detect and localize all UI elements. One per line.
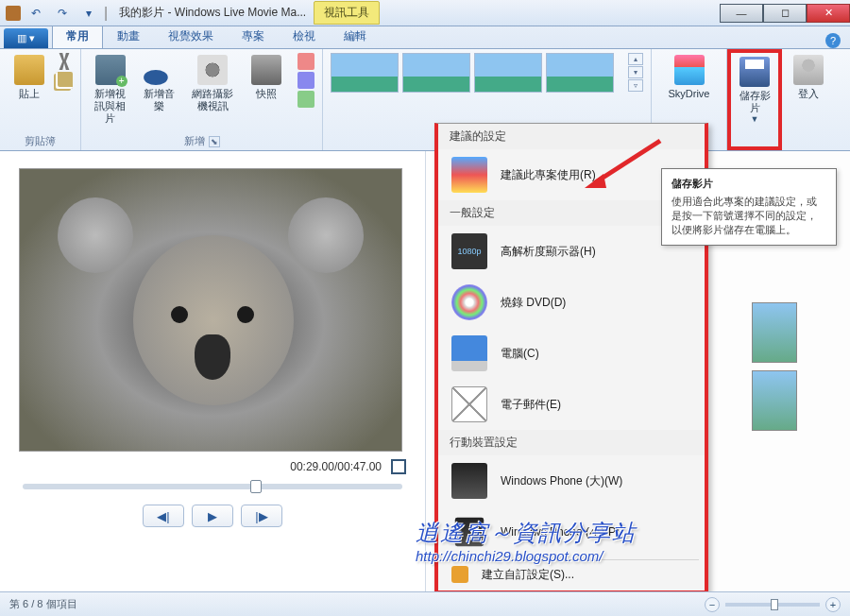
app-icon — [6, 6, 21, 21]
tab-view[interactable]: 檢視 — [279, 24, 330, 48]
automovie-gallery[interactable] — [331, 53, 620, 93]
dd-item-email[interactable]: 電子郵件(E) — [438, 379, 705, 430]
gallery-more[interactable]: ▿ — [628, 79, 643, 92]
file-menu-button[interactable]: ▥ ▾ — [4, 28, 48, 48]
phone-icon — [455, 518, 484, 546]
time-display: 00:29.00/00:47.00 — [290, 460, 382, 473]
item-count: 第 6 / 8 個項目 — [9, 597, 77, 611]
dd-label: 高解析度顯示器(H) — [501, 244, 596, 260]
minimize-button[interactable]: — — [720, 4, 763, 23]
prev-frame-button[interactable]: ◀| — [143, 505, 184, 527]
zoom-in-button[interactable]: + — [825, 597, 841, 612]
dd-item-dvd[interactable]: 燒錄 DVD(D) — [438, 277, 705, 328]
clipboard-icon — [14, 55, 44, 85]
gallery-down[interactable]: ▾ — [628, 66, 643, 78]
status-bar: 第 6 / 8 個項目 − + — [0, 591, 850, 616]
snapshot-label: 快照 — [256, 88, 277, 100]
add-music-label: 新增音樂 — [139, 88, 178, 112]
film-icon — [95, 55, 126, 85]
tab-project[interactable]: 專案 — [228, 24, 279, 48]
qat-undo[interactable]: ↶ — [25, 3, 47, 24]
music-icon — [144, 55, 174, 85]
computer-icon — [451, 335, 487, 371]
add-video-button[interactable]: 新增視訊與相片 — [89, 53, 131, 128]
qat-redo[interactable]: ↷ — [51, 3, 74, 24]
mail-icon — [451, 386, 487, 422]
sign-in-button[interactable]: 登入 — [790, 53, 827, 102]
dd-label: 建議此專案使用(R) — [501, 167, 596, 183]
zoom-out-button[interactable]: − — [705, 597, 720, 612]
zoom-thumb[interactable] — [771, 599, 778, 610]
recommended-icon — [451, 157, 487, 193]
clip-thumb[interactable] — [752, 302, 797, 363]
qat-dropdown[interactable]: ▾ — [77, 3, 100, 24]
tab-visual-effects[interactable]: 視覺效果 — [154, 24, 228, 48]
webcam-button[interactable]: 網路攝影機視訊 — [186, 53, 240, 114]
gear-icon — [451, 566, 468, 583]
play-button[interactable]: ▶ — [192, 505, 233, 527]
clip-thumb[interactable] — [752, 370, 797, 431]
window-title: 我的影片 - Windows Live Movie Ma... — [119, 5, 306, 21]
dd-label: Windows Phone (小)(P) — [501, 524, 620, 540]
cloud-icon — [674, 55, 705, 85]
dd-item-wp-large[interactable]: Windows Phone (大)(W) — [438, 455, 705, 506]
preview-monitor[interactable] — [19, 168, 402, 452]
next-frame-button[interactable]: |▶ — [241, 505, 282, 527]
dd-label: 電腦(C) — [501, 346, 539, 362]
ribbon: 貼上 剪貼簿 新增視訊與相片 新增音樂 網路攝影機視訊 — [0, 49, 850, 151]
gallery-up[interactable]: ▴ — [628, 53, 643, 65]
copy-button[interactable] — [56, 72, 73, 89]
close-button[interactable]: ✕ — [807, 4, 850, 23]
dd-label: 燒錄 DVD(D) — [501, 295, 566, 311]
dd-section-mobile: 行動裝置設定 — [438, 430, 705, 455]
title-bar: ↶ ↷ ▾ | 我的影片 - Windows Live Movie Ma... … — [0, 0, 850, 26]
sign-in-label: 登入 — [798, 88, 819, 100]
save-movie-icon — [740, 57, 770, 87]
paste-button[interactable]: 貼上 — [8, 53, 50, 102]
maximize-button[interactable]: ◻ — [763, 4, 807, 23]
group-clipboard-label: 剪貼簿 — [8, 132, 73, 148]
contextual-tab[interactable]: 視訊工具 — [314, 1, 380, 25]
group-add-label: 新增 — [184, 134, 205, 148]
help-icon[interactable]: ? — [825, 33, 841, 48]
tooltip-title: 儲存影片 — [672, 177, 826, 191]
gallery-item[interactable] — [474, 53, 542, 93]
paste-label: 貼上 — [19, 88, 40, 100]
tab-animations[interactable]: 動畫 — [103, 24, 154, 48]
camera-icon — [251, 55, 281, 85]
gallery-item[interactable] — [331, 53, 399, 93]
dd-label: 建立自訂設定(S)... — [482, 567, 574, 583]
seek-thumb[interactable] — [250, 480, 262, 493]
add-music-button[interactable]: 新增音樂 — [137, 53, 179, 114]
skydrive-label: SkyDrive — [668, 88, 709, 100]
add-video-label: 新增視訊與相片 — [91, 88, 129, 126]
dialog-launcher-icon[interactable]: ⬊ — [209, 136, 220, 147]
cut-button[interactable] — [56, 53, 73, 70]
dd-label: 電子郵件(E) — [501, 397, 561, 413]
fullscreen-button[interactable] — [391, 459, 406, 474]
gallery-item[interactable] — [546, 53, 614, 93]
separator — [444, 559, 699, 560]
dd-item-wp-small[interactable]: Windows Phone (小)(P) — [438, 506, 705, 557]
save-movie-button[interactable]: 儲存影片 ▼ — [733, 55, 776, 127]
gallery-item[interactable] — [402, 53, 470, 93]
dd-section-recommended: 建議的設定 — [438, 124, 705, 149]
ribbon-tab-strip: ▥ ▾ 常用 動畫 視覺效果 專案 檢視 編輯 ? — [0, 26, 850, 49]
skydrive-button[interactable]: SkyDrive — [659, 53, 719, 102]
tab-home[interactable]: 常用 — [52, 24, 103, 48]
dd-item-computer[interactable]: 電腦(C) — [438, 328, 705, 379]
hd-icon: 1080p — [451, 233, 487, 269]
webcam-icon — [197, 55, 228, 85]
dd-item-custom[interactable]: 建立自訂設定(S)... — [438, 562, 705, 587]
zoom-slider[interactable] — [725, 603, 820, 607]
credits-button[interactable] — [298, 91, 314, 108]
title-button[interactable] — [298, 53, 314, 70]
seek-slider[interactable] — [23, 484, 402, 489]
snapshot-button[interactable]: 快照 — [246, 53, 288, 102]
tooltip: 儲存影片 使用適合此專案的建議設定，或是按一下箭號選擇不同的設定，以便將影片儲存… — [661, 168, 837, 246]
tab-edit[interactable]: 編輯 — [330, 24, 381, 48]
dvd-icon — [451, 284, 487, 320]
user-icon — [793, 55, 824, 85]
caption-button[interactable] — [298, 72, 314, 89]
chevron-down-icon: ▼ — [751, 114, 759, 125]
